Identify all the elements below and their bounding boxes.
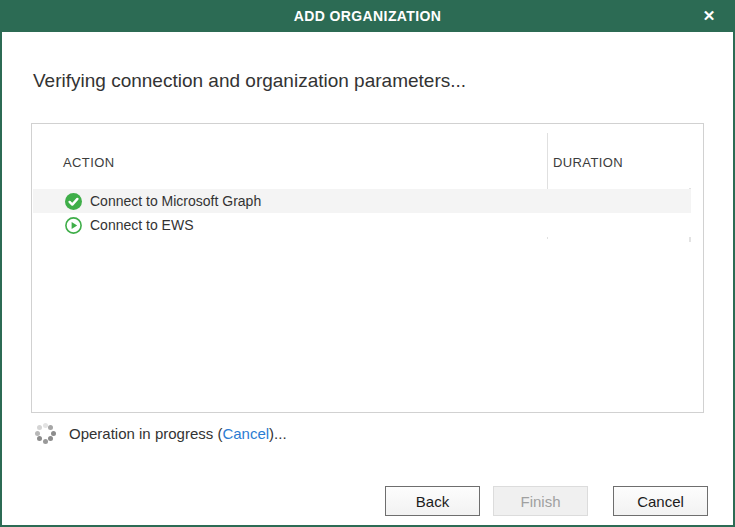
close-icon[interactable]: ✕ xyxy=(693,0,725,32)
check-circle-icon xyxy=(65,193,82,210)
table-row[interactable]: Connect to EWS xyxy=(33,213,691,237)
play-circle-icon xyxy=(65,217,82,234)
dialog-title: ADD ORGANIZATION xyxy=(294,8,442,24)
action-cell: Connect to Microsoft Graph xyxy=(90,193,261,209)
table-row[interactable]: Connect to Microsoft Graph xyxy=(33,189,691,213)
finish-button[interactable]: Finish xyxy=(493,486,588,516)
progress-list-panel: ACTION DURATION Connect to Microsoft Gra… xyxy=(31,123,704,413)
column-header-action[interactable]: ACTION xyxy=(63,155,115,170)
status-suffix: )... xyxy=(269,425,287,442)
cancel-link[interactable]: Cancel xyxy=(222,425,269,442)
status-prefix: Operation in progress ( xyxy=(69,425,222,442)
add-organization-dialog: ADD ORGANIZATION ✕ Verifying connection … xyxy=(0,0,735,527)
status-text: Operation in progress (Cancel)... xyxy=(69,425,287,442)
cancel-button[interactable]: Cancel xyxy=(613,486,708,516)
back-button[interactable]: Back xyxy=(385,486,480,516)
action-cell: Connect to EWS xyxy=(90,217,194,233)
page-title: Verifying connection and organization pa… xyxy=(33,70,466,92)
spinner-icon xyxy=(33,421,57,445)
status-row: Operation in progress (Cancel)... xyxy=(33,421,287,445)
titlebar: ADD ORGANIZATION ✕ xyxy=(0,0,735,32)
column-header-duration[interactable]: DURATION xyxy=(553,155,623,170)
